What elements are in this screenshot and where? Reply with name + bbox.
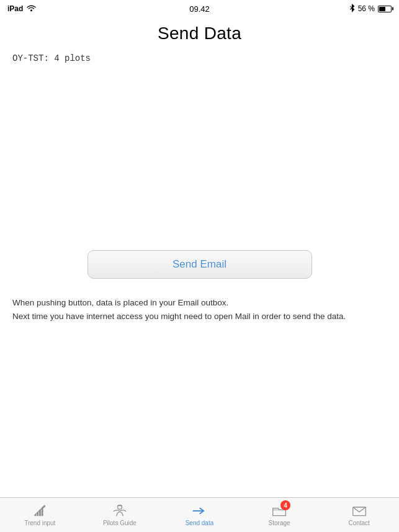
button-area: Send Email [0, 250, 399, 287]
tab-storage-label: Storage [269, 520, 290, 526]
tab-contact-label: Contact [348, 520, 369, 526]
status-bar: iPad 09.42 56 % [0, 0, 399, 17]
status-time: 09.42 [189, 4, 210, 14]
wifi-icon [27, 4, 36, 14]
spacer-bottom [0, 323, 399, 497]
tab-trend-input[interactable]: Trend input [0, 498, 80, 532]
svg-point-0 [30, 9, 32, 11]
subtitle: OY-TST: 4 plots [0, 53, 399, 63]
tab-contact[interactable]: Contact [319, 498, 399, 532]
description-line1: When pushing button, data is placed in y… [12, 298, 228, 307]
spacer [0, 76, 399, 250]
tab-send-data[interactable]: Send data [159, 498, 240, 532]
send-data-icon [192, 503, 207, 518]
tab-pilots-guide-label: Pilots Guide [103, 520, 137, 526]
battery-percent: 56 % [358, 4, 375, 13]
device-label: iPad [7, 4, 23, 13]
tab-trend-input-label: Trend input [24, 520, 55, 526]
trend-input-icon [32, 503, 47, 518]
tab-storage[interactable]: 4 Storage [240, 498, 320, 532]
tab-send-data-label: Send data [186, 520, 214, 526]
description-text: When pushing button, data is placed in y… [0, 287, 399, 323]
svg-rect-9 [117, 505, 122, 507]
content-wrapper: Send Data OY-TST: 4 plots Send Email Whe… [0, 17, 399, 497]
tab-pilots-guide[interactable]: Pilots Guide [80, 498, 160, 532]
status-left: iPad [7, 4, 36, 14]
status-right: 56 % [349, 4, 392, 14]
storage-badge: 4 [280, 500, 290, 510]
send-email-button[interactable]: Send Email [87, 250, 312, 279]
contact-icon [352, 503, 367, 518]
page-title: Send Data [0, 24, 399, 43]
pilots-guide-icon [112, 503, 127, 518]
description-line2: Next time you have internet access you m… [12, 312, 346, 321]
bluetooth-icon [349, 4, 355, 14]
tab-bar: Trend input Pilots Guide Send data [0, 497, 399, 532]
battery-icon [378, 6, 392, 12]
